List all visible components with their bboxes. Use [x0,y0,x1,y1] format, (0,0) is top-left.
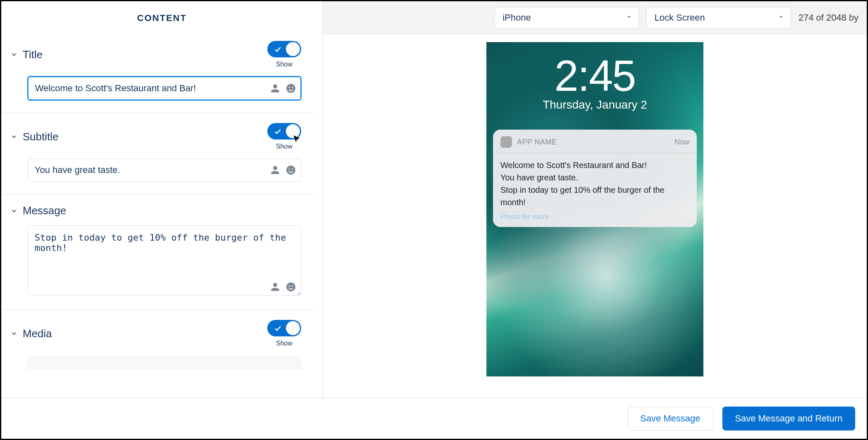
svg-point-2 [292,87,293,88]
subtitle-input[interactable] [28,158,301,182]
section-media: Media Show [1,310,314,382]
message-textarea[interactable] [28,225,301,296]
emoji-icon[interactable] [285,165,296,175]
preview-panel: iPhone Lock Screen 274 of 2048 by 2:45 T… [323,1,867,398]
section-title-label: Title [23,48,42,61]
svg-point-7 [289,285,290,286]
device-select-value: iPhone [502,12,531,23]
caret-down-icon [625,12,633,23]
sections-scroll[interactable]: Title Show [1,31,323,398]
chevron-down-icon [10,330,18,337]
content-panel: CONTENT Title [1,1,323,398]
title-show-toggle[interactable] [267,41,301,57]
save-message-button[interactable]: Save Message [627,407,713,431]
svg-point-5 [292,168,293,170]
view-select-value: Lock Screen [654,12,705,23]
person-icon[interactable] [270,83,281,94]
chevron-down-icon [10,207,18,215]
notification-subtitle: You have great taste. [500,171,689,184]
preview-scroll[interactable]: 2:45 Thursday, January 2 APP NAME Now We… [323,35,867,398]
section-media-header[interactable]: Media Show [10,320,301,347]
main-area: CONTENT Title [1,1,867,398]
lock-time: 2:45 [486,51,703,101]
footer: Save Message Save Message and Return [1,398,867,439]
device-select[interactable]: iPhone [495,7,639,28]
subtitle-show-toggle[interactable] [267,123,301,140]
svg-point-3 [286,166,295,175]
svg-point-0 [286,84,295,93]
preview-toolbar: iPhone Lock Screen 274 of 2048 by [323,1,867,35]
section-subtitle: Subtitle Show [1,113,314,194]
media-show-toggle[interactable] [267,320,301,336]
title-input[interactable] [28,76,301,100]
lock-date: Thursday, January 2 [486,98,703,111]
section-message-header[interactable]: Message [10,204,301,217]
notification-press-more: Press for more [500,213,689,221]
emoji-icon[interactable] [285,282,296,292]
save-and-return-button[interactable]: Save Message and Return [722,407,856,431]
section-media-label: Media [23,327,52,340]
app-root: CONTENT Title [1,1,867,439]
notification-title: Welcome to Scott's Restaurant and Bar! [500,159,689,171]
notification-card: APP NAME Now Welcome to Scott's Restaura… [493,130,697,227]
section-title-header[interactable]: Title Show [10,41,301,68]
section-message: Message [1,194,314,310]
chevron-down-icon [10,51,18,58]
svg-point-6 [286,282,295,291]
section-subtitle-label: Subtitle [23,130,59,143]
svg-point-4 [289,168,290,170]
media-dropzone[interactable] [28,357,301,369]
phone-preview: 2:45 Thursday, January 2 APP NAME Now We… [486,42,703,376]
caret-down-icon [777,12,785,23]
char-count: 274 of 2048 by [798,12,859,23]
notification-message: Stop in today to get 10% off the burger … [500,184,689,208]
view-select[interactable]: Lock Screen [646,7,791,28]
notification-body: Welcome to Scott's Restaurant and Bar! Y… [500,159,689,208]
section-title: Title Show [1,31,314,113]
person-icon[interactable] [270,282,281,292]
app-icon [500,136,512,148]
chevron-down-icon [10,133,18,140]
panel-heading: CONTENT [1,1,323,31]
media-toggle-caption: Show [267,340,301,347]
notification-time: Now [675,138,689,147]
section-subtitle-header[interactable]: Subtitle Show [10,123,301,150]
person-icon[interactable] [270,165,281,175]
subtitle-toggle-caption: Show [267,143,301,150]
svg-point-8 [292,285,293,286]
section-message-label: Message [23,204,66,217]
svg-point-1 [289,87,290,88]
emoji-icon[interactable] [285,83,296,94]
notification-appname: APP NAME [517,138,557,147]
title-toggle-caption: Show [267,61,301,68]
